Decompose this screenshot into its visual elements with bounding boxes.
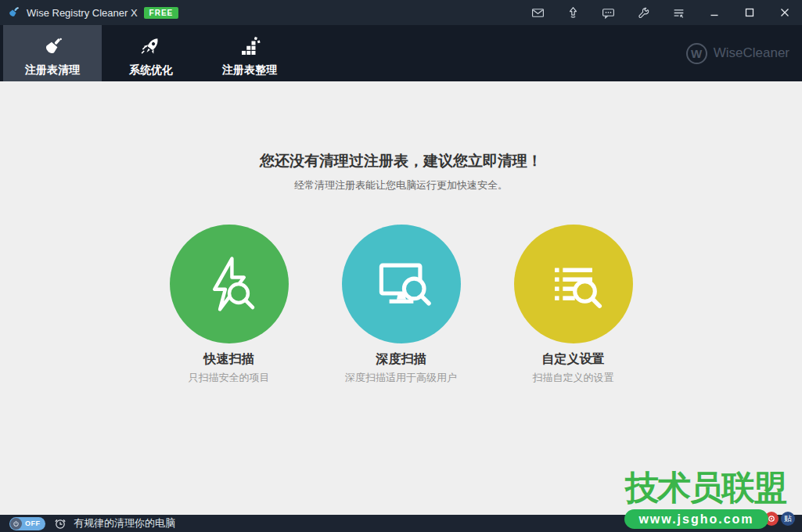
main-content: 您还没有清理过注册表，建议您立即清理！ 经常清理注册表能让您电脑运行更加快速安全… xyxy=(0,81,802,515)
toggle-state-label: OFF xyxy=(25,519,41,527)
menu-icon[interactable] xyxy=(661,0,696,25)
action-description: 只扫描安全的项目 xyxy=(189,371,270,385)
tab-label: 注册表整理 xyxy=(222,63,277,77)
quick-scan-button[interactable]: 快速扫描 只扫描安全的项目 xyxy=(170,225,289,385)
schedule-toggle[interactable]: OFF xyxy=(9,517,45,530)
tab-label: 注册表清理 xyxy=(25,63,80,77)
power-icon xyxy=(10,518,22,530)
rocket-icon xyxy=(139,34,163,60)
watermark-title: 技术员联盟 xyxy=(625,469,786,506)
titlebar: Wise Registry Cleaner X FREE xyxy=(0,0,802,25)
deep-scan-button[interactable]: 深度扫描 深度扫描适用于高级用户 xyxy=(342,225,461,385)
action-description: 深度扫描适用于高级用户 xyxy=(345,371,457,385)
brand-name: WiseCleaner xyxy=(714,45,789,61)
mail-icon[interactable] xyxy=(520,0,556,25)
alarm-clock-icon xyxy=(54,517,67,530)
minimize-button[interactable] xyxy=(696,0,732,25)
defrag-icon xyxy=(238,34,261,60)
lightning-search-icon xyxy=(170,225,289,343)
tabs: 注册表清理 系统优化 xyxy=(0,25,802,81)
close-button[interactable] xyxy=(767,0,802,25)
tools-icon[interactable] xyxy=(626,0,661,25)
brand-logo: W WiseCleaner xyxy=(686,25,789,81)
monitor-search-icon xyxy=(342,225,461,343)
tabbar: 注册表清理 系统优化 xyxy=(0,25,802,81)
page-subheading: 经常清理注册表能让您电脑运行更加快速安全。 xyxy=(0,178,802,192)
scan-actions: 快速扫描 只扫描安全的项目 深度扫描 深度扫描适用于高级用户 xyxy=(0,225,802,385)
list-search-icon xyxy=(514,225,633,343)
action-label: 自定义设置 xyxy=(542,351,605,368)
tab-label: 系统优化 xyxy=(129,63,173,77)
app-logo-icon xyxy=(5,5,21,20)
page-heading: 您还没有清理过注册表，建议您立即清理！ xyxy=(0,151,802,171)
free-badge: FREE xyxy=(144,7,179,19)
window-title: Wise Registry Cleaner X xyxy=(27,7,138,19)
feedback-icon[interactable] xyxy=(591,0,626,25)
action-description: 扫描自定义的设置 xyxy=(533,371,614,385)
wisecleaner-logo-icon: W xyxy=(686,43,707,64)
brush-icon xyxy=(41,34,64,60)
watermark-url: www.jsgho.com xyxy=(624,509,768,529)
tab-registry-defrag[interactable]: 注册表整理 xyxy=(200,25,299,81)
tab-registry-cleaner[interactable]: 注册表清理 xyxy=(3,25,102,81)
tieba-icon: 贴 xyxy=(781,512,795,526)
schedule-text: 有规律的清理你的电脑 xyxy=(74,516,175,530)
maximize-button[interactable] xyxy=(732,0,767,25)
custom-settings-button[interactable]: 自定义设置 扫描自定义的设置 xyxy=(514,225,633,385)
app-window: Wise Registry Cleaner X FREE xyxy=(0,0,802,532)
upgrade-icon[interactable] xyxy=(556,0,591,25)
titlebar-actions xyxy=(520,0,802,25)
action-label: 快速扫描 xyxy=(204,351,254,368)
action-label: 深度扫描 xyxy=(376,351,426,368)
tab-system-tuneup[interactable]: 系统优化 xyxy=(102,25,200,81)
